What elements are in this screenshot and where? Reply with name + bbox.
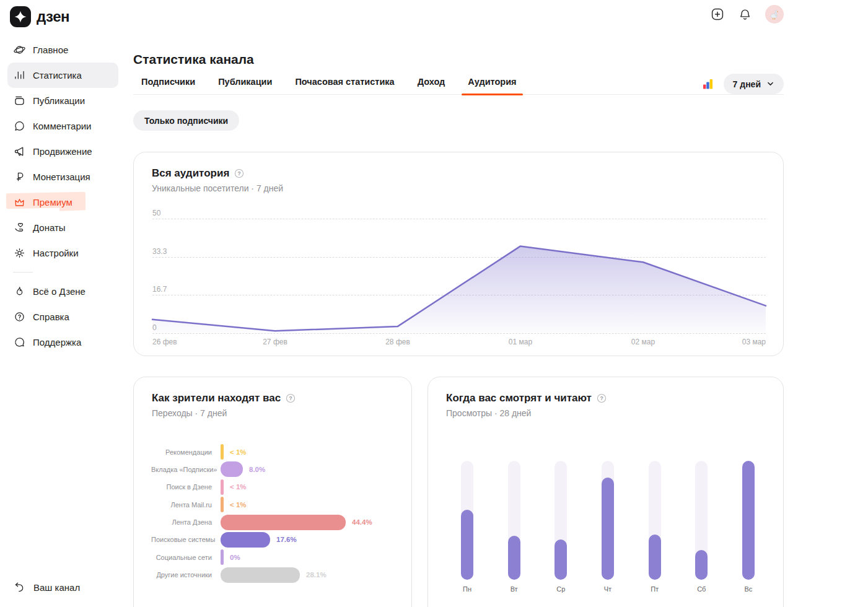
source-row: Лента Дзена44.4% [151, 515, 404, 530]
avatar[interactable] [765, 5, 784, 24]
weekday-bar[interactable] [742, 461, 755, 580]
source-row: Вкладка «Подписки»8.0% [151, 461, 404, 477]
create-post-icon[interactable] [710, 7, 725, 22]
tab-subscribers[interactable]: Подписчики [141, 69, 195, 94]
weekday-column: Пт [649, 461, 661, 593]
subscribers-only-filter[interactable]: Только подписчики [133, 110, 239, 131]
weekday-column: Сб [695, 461, 708, 593]
audience-card-title: Вся аудитория ? [152, 167, 244, 180]
weekday-bars: ПнВтСрЧтПтСбВс [461, 461, 755, 593]
sidebar-item-main[interactable]: Главное [7, 37, 118, 63]
period-selector-value: 7 дней [733, 79, 761, 89]
source-value: 17.6% [276, 536, 297, 543]
tab-income[interactable]: Доход [418, 69, 445, 94]
sidebar-item-monetization[interactable]: Монетизация [7, 164, 118, 190]
weekday-label: Вт [511, 585, 518, 593]
sidebar-item-statistics[interactable]: Статистика [7, 63, 118, 88]
period-selector[interactable]: 7 дней [724, 74, 784, 94]
weekday-track [742, 461, 755, 580]
weekday-bar[interactable] [461, 510, 473, 580]
audience-plot: 016.733.350 [152, 219, 766, 333]
gridline: 0 [152, 333, 766, 334]
source-bar[interactable] [221, 515, 346, 530]
card-title-text: Когда вас смотрят и читают [446, 392, 592, 404]
sidebar-item-about-dzen[interactable]: Всё о Дзене [7, 279, 118, 304]
source-value: < 1% [230, 448, 247, 456]
sidebar-item-premium[interactable]: Премиум [7, 190, 118, 215]
sidebar-item-label: Публикации [33, 95, 85, 106]
metrica-icon[interactable] [703, 79, 713, 89]
hand-heart-icon [13, 221, 26, 234]
source-bar[interactable] [221, 549, 224, 565]
weekday-bar[interactable] [602, 478, 614, 580]
x-tick-label: 03 мар [742, 338, 766, 346]
source-row: Поисковые системы17.6% [151, 532, 404, 548]
y-tick-label: 50 [152, 209, 160, 217]
weekday-column: Чт [602, 461, 614, 593]
help-icon[interactable]: ? [286, 393, 296, 403]
publications-icon [13, 94, 26, 107]
crown-icon [13, 196, 26, 209]
bar-chart-icon [13, 69, 26, 82]
weekday-bar[interactable] [695, 550, 708, 580]
source-bar[interactable] [221, 567, 300, 583]
source-label: Лента Mail.ru [151, 501, 212, 509]
source-bar[interactable] [221, 532, 270, 548]
help-icon[interactable]: ? [597, 393, 607, 403]
source-value: < 1% [230, 483, 247, 491]
weekday-track [602, 461, 614, 580]
source-row: Рекомендации< 1% [151, 444, 404, 460]
help-icon[interactable]: ? [234, 168, 244, 178]
source-bar[interactable] [221, 497, 224, 512]
weekday-bar[interactable] [555, 539, 567, 580]
comment-icon [13, 120, 26, 133]
sidebar-item-support[interactable]: Поддержка [7, 330, 118, 355]
tab-hourly-statistics[interactable]: Почасовая статистика [295, 69, 394, 94]
source-row: Другие источники28.1% [151, 567, 404, 583]
logo-text: дзен [37, 8, 69, 25]
sidebar-item-label: Поддержка [33, 337, 81, 347]
weekday-bar[interactable] [649, 535, 661, 580]
source-value: 0% [230, 554, 240, 561]
weekday-views-card-subtitle: Просмотры · 28 дней [446, 408, 531, 418]
source-label: Вкладка «Подписки» [151, 466, 212, 473]
sidebar-item-label: Монетизация [33, 172, 90, 182]
tab-publications[interactable]: Публикации [218, 69, 272, 94]
source-bar[interactable] [221, 444, 224, 460]
sidebar-item-publications[interactable]: Публикации [7, 88, 118, 113]
traffic-sources-card-title: Как зрители находят вас ? [152, 392, 296, 404]
source-bar[interactable] [221, 479, 224, 495]
weekday-bar[interactable] [508, 536, 520, 580]
audience-line-chart [152, 219, 766, 333]
sidebar-item-donations[interactable]: Донаты [7, 215, 118, 240]
sidebar-item-your-channel[interactable]: Ваш канал [13, 581, 80, 594]
weekday-column: Вт [508, 461, 520, 593]
sources-bars: Рекомендации< 1%Вкладка «Подписки»8.0%По… [151, 444, 404, 585]
sidebar-item-label: Настройки [33, 248, 79, 258]
notifications-bell-icon[interactable] [738, 7, 752, 22]
dzen-logo[interactable]: дзен [10, 6, 69, 27]
sidebar-nav: Главное Статистика Публикации Комментари… [7, 37, 118, 355]
sidebar-item-label: Статистика [33, 70, 82, 81]
weekday-track [649, 461, 661, 580]
chat-bubble-icon [13, 336, 26, 349]
card-title-text: Вся аудитория [152, 167, 229, 180]
tab-audience[interactable]: Аудитория [468, 69, 516, 94]
megaphone-icon [13, 145, 26, 158]
source-bar[interactable] [221, 461, 243, 477]
sidebar-item-promotion[interactable]: Продвижение [7, 139, 118, 164]
sidebar-item-comments[interactable]: Комментарии [7, 113, 118, 139]
weekday-label: Сб [697, 585, 706, 593]
weekday-track [461, 461, 473, 580]
sidebar-item-label: Комментарии [33, 121, 91, 131]
sidebar-item-settings[interactable]: Настройки [7, 240, 118, 266]
source-label: Другие источники [151, 571, 212, 579]
sidebar-item-label: Продвижение [33, 146, 92, 157]
sidebar-item-help[interactable]: Справка [7, 304, 118, 330]
question-circle-icon [13, 310, 26, 323]
audience-area [152, 246, 766, 333]
sidebar-item-label: Премиум [33, 197, 72, 207]
chevron-down-icon [766, 80, 774, 88]
source-value: < 1% [230, 501, 247, 509]
weekday-track [695, 461, 708, 580]
